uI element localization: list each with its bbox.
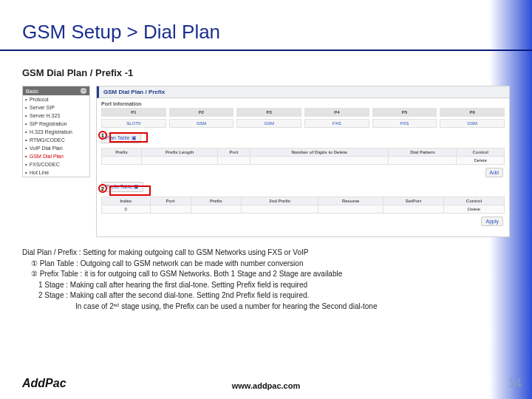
port-head-cell: P5	[372, 108, 437, 117]
prefix-cell[interactable]	[191, 205, 242, 214]
prefix-th: Port	[150, 197, 191, 205]
prefix-cell[interactable]	[242, 205, 318, 214]
apply-button[interactable]: Apply	[481, 216, 503, 226]
explain-line: In case of 2ⁿᵈ stage using, the Prefix c…	[22, 301, 510, 312]
sidebar-item[interactable]: RTMG/CODEC	[23, 136, 89, 144]
port-header-row: P1 P2 P3 P4 P5 P6	[97, 108, 509, 119]
prefix-th: Index	[102, 197, 151, 205]
page-number: 14	[508, 377, 522, 390]
prefix-cell[interactable]	[318, 205, 383, 214]
sidebar-item[interactable]: VoIP Dial Plan	[23, 144, 89, 152]
page-title: GSM Setup > Dial Plan	[0, 0, 532, 48]
sidebar-title: Basic	[26, 89, 38, 94]
sidebar-item[interactable]: SIP Registration	[23, 120, 89, 128]
add-button[interactable]: Add	[485, 168, 503, 177]
screenshot-area: Basic − Protocol Server SIP Server H.323…	[22, 86, 510, 237]
prefix-table-label: Prefix Table	[106, 184, 132, 189]
port-head-cell: P6	[440, 108, 505, 117]
explain-line: Dial Plan / Prefix : Setting for making …	[22, 248, 510, 258]
plan-table: Prefix Prefix Length Port Number of Digi…	[101, 148, 505, 165]
prefix-table-toggle-row: Prefix Table ▣	[97, 179, 509, 195]
port-value-cell: GSM	[440, 119, 505, 128]
sidebar-item[interactable]: Protocol	[23, 95, 89, 103]
plan-table-label: Plan Table	[106, 135, 130, 140]
brand-logo: AddPac	[22, 377, 66, 390]
port-head-cell: P1	[101, 108, 166, 117]
explain-line: ② Prefix Table : it is for outgoing call…	[22, 269, 510, 279]
prefix-th: 2nd Prefix	[242, 197, 318, 205]
site-url: www.addpac.com	[0, 381, 532, 390]
prefix-th: SetPort	[383, 197, 444, 205]
plan-th: Prefix Length	[142, 149, 218, 157]
plan-add-row: Add	[97, 166, 509, 179]
explain-line: ① Plan Table : Outgoing call to GSM netw…	[22, 259, 510, 269]
sidebar-list: Protocol Server SIP Server H.323 SIP Reg…	[23, 95, 89, 177]
plan-th: Number of Digits to Delete	[250, 149, 389, 157]
plan-cell[interactable]	[389, 157, 457, 165]
prefix-delete-cell[interactable]: Delete	[444, 205, 505, 214]
main-panel: GSM Dial Plan / Prefix Port Information …	[96, 86, 510, 237]
port-value-cell: GSM	[169, 119, 234, 128]
sidebar-item[interactable]: Server SIP	[23, 103, 89, 112]
sidebar-item-selected[interactable]: GSM Dial Plan	[23, 152, 89, 160]
plan-cell[interactable]	[250, 157, 389, 165]
port-head-cell: P4	[304, 108, 369, 117]
section-label: Port Information	[97, 98, 509, 108]
sidebar-item[interactable]: FXS/CODEC	[23, 160, 89, 168]
marker-two-icon: 2	[98, 184, 107, 193]
prefix-cell[interactable]	[150, 205, 191, 214]
sidebar-item[interactable]: Server H.323	[23, 112, 89, 120]
table-head-row: Prefix Prefix Length Port Number of Digi…	[102, 149, 505, 157]
prefix-cell[interactable]	[383, 205, 444, 214]
plan-cell[interactable]	[102, 157, 142, 165]
plan-table-button[interactable]: Plan Table ▣	[101, 133, 141, 143]
plan-cell[interactable]	[218, 157, 250, 165]
port-value-cell: FXS	[372, 119, 437, 128]
apply-row: Apply	[97, 215, 509, 228]
minus-icon: ▣	[134, 184, 139, 189]
port-value-row: SLOT0 GSM GSM FXS FXS GSM	[97, 119, 509, 130]
explain-line: 2 Stage : Making call after the second d…	[22, 290, 510, 301]
prefix-th: Prefix	[191, 197, 242, 205]
port-value-cell: FXS	[304, 119, 369, 128]
explain-line: 1 Stage : Making call after hearing the …	[22, 280, 510, 290]
plan-cell[interactable]	[142, 157, 218, 165]
prefix-table-button[interactable]: Prefix Table ▣	[101, 182, 143, 192]
port-value-cell: SLOT0	[101, 119, 166, 128]
panel-title: GSM Dial Plan / Prefix	[97, 86, 509, 98]
plan-th: Control	[457, 149, 505, 157]
table-row: Delete	[102, 157, 505, 165]
title-underline	[0, 50, 532, 51]
page-subtitle: GSM Dial Plan / Prefix -1	[0, 67, 532, 78]
marker-one-icon: 1	[98, 131, 107, 140]
port-value-cell: GSM	[236, 119, 301, 128]
collapse-icon[interactable]: −	[81, 88, 86, 94]
port-head-cell: P2	[169, 108, 234, 117]
table-row: 0 Delete	[102, 205, 505, 214]
plan-delete-cell[interactable]: Delete	[457, 157, 505, 165]
plan-table-toggle-row: Plan Table ▣	[97, 130, 509, 146]
prefix-cell: 0	[102, 205, 151, 214]
plan-th: Dial Pattern	[389, 149, 457, 157]
prefix-th: Resume	[318, 197, 383, 205]
sidebar-header: Basic −	[23, 86, 89, 95]
footer: AddPac www.addpac.com 14	[0, 381, 532, 390]
sidebar-item[interactable]: Hot Line	[23, 168, 89, 177]
minus-icon: ▣	[132, 135, 137, 140]
prefix-th: Control	[444, 197, 505, 205]
table-head-row: Index Port Prefix 2nd Prefix Resume SetP…	[102, 197, 505, 205]
plan-th: Port	[218, 149, 250, 157]
port-head-cell: P3	[236, 108, 301, 117]
prefix-table: Index Port Prefix 2nd Prefix Resume SetP…	[101, 197, 505, 214]
explanation-block: Dial Plan / Prefix : Setting for making …	[0, 248, 532, 311]
plan-th: Prefix	[102, 149, 142, 157]
sidebar: Basic − Protocol Server SIP Server H.323…	[22, 86, 90, 177]
sidebar-item[interactable]: H.323 Registration	[23, 128, 89, 136]
